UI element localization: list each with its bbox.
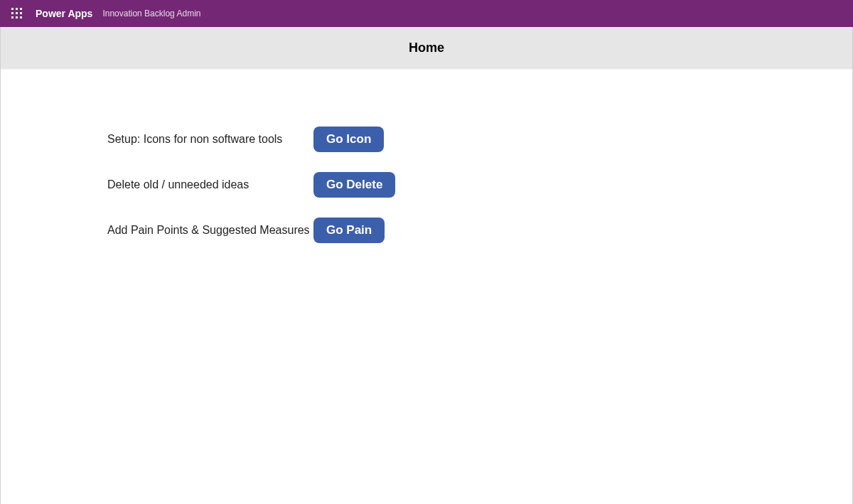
page-header: Home xyxy=(1,27,852,70)
row-delete-ideas: Delete old / unneeded ideas Go Delete xyxy=(107,172,852,198)
row-label-pain-points: Add Pain Points & Suggested Measures xyxy=(107,224,313,237)
page-title: Home xyxy=(409,41,444,55)
waffle-icon[interactable] xyxy=(11,8,23,19)
brand-label[interactable]: Power Apps xyxy=(36,8,92,19)
canvas-area: Home Setup: Icons for non software tools… xyxy=(0,27,853,504)
go-pain-button[interactable]: Go Pain xyxy=(313,218,385,243)
content-area: Setup: Icons for non software tools Go I… xyxy=(1,70,852,243)
go-delete-button[interactable]: Go Delete xyxy=(313,172,395,198)
row-setup-icons: Setup: Icons for non software tools Go I… xyxy=(107,127,852,152)
row-label-delete-ideas: Delete old / unneeded ideas xyxy=(107,178,313,191)
row-label-setup-icons: Setup: Icons for non software tools xyxy=(107,133,313,146)
top-bar: Power Apps Innovation Backlog Admin xyxy=(0,0,853,27)
go-icon-button[interactable]: Go Icon xyxy=(313,127,384,152)
row-pain-points: Add Pain Points & Suggested Measures Go … xyxy=(107,218,852,243)
app-name-label: Innovation Backlog Admin xyxy=(102,9,200,18)
